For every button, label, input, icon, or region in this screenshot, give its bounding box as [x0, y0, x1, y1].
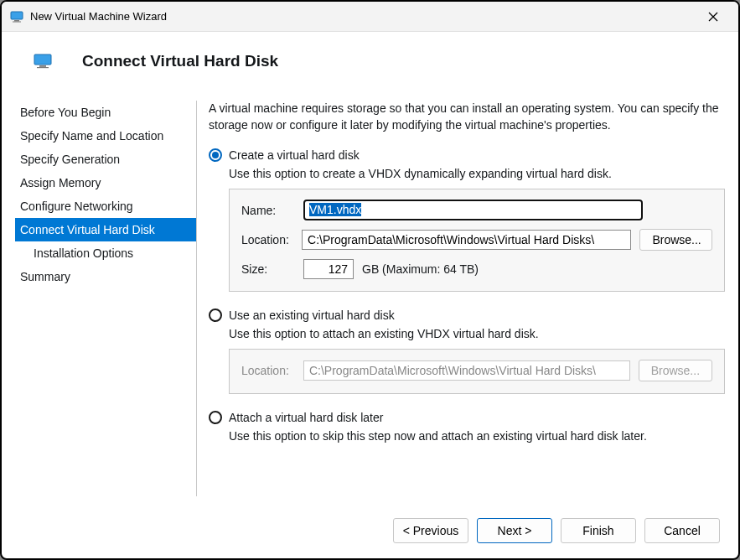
wizard-window: New Virtual Machine Wizard Connect Virtu… — [0, 0, 740, 560]
svg-rect-2 — [13, 21, 21, 22]
radio-existing[interactable] — [209, 309, 222, 322]
svg-rect-1 — [14, 20, 19, 22]
page-title: Connect Virtual Hard Disk — [82, 52, 278, 70]
radio-create-row[interactable]: Create a virtual hard disk — [209, 148, 725, 162]
sidebar-item-3[interactable]: Assign Memory — [15, 171, 196, 194]
option-create: Create a virtual hard disk Use this opti… — [209, 148, 725, 292]
wizard-header: Connect Virtual Hard Disk — [2, 32, 738, 91]
wizard-footer: < Previous Next > Finish Cancel — [2, 506, 738, 558]
sidebar-item-0[interactable]: Before You Begin — [15, 101, 196, 124]
browse-button[interactable]: Browse... — [639, 229, 712, 251]
sidebar-item-1[interactable]: Specify Name and Location — [15, 124, 196, 148]
radio-create-label: Create a virtual hard disk — [229, 148, 360, 162]
option-existing-desc: Use this option to attach an existing VH… — [229, 327, 725, 340]
radio-later[interactable] — [209, 411, 222, 424]
option-later: Attach a virtual hard disk later Use thi… — [209, 411, 725, 443]
existing-location-input — [303, 360, 630, 381]
existing-panel: Location: Browse... — [229, 349, 725, 394]
titlebar: New Virtual Machine Wizard — [2, 2, 738, 32]
divider — [196, 101, 197, 496]
wizard-sidebar: Before You BeginSpecify Name and Locatio… — [15, 91, 196, 506]
app-icon — [10, 10, 23, 23]
radio-later-row[interactable]: Attach a virtual hard disk later — [209, 411, 725, 424]
previous-button[interactable]: < Previous — [393, 518, 468, 543]
option-later-desc: Use this option to skip this step now an… — [229, 429, 725, 443]
sidebar-item-2[interactable]: Specify Generation — [15, 148, 196, 171]
sidebar-item-6[interactable]: Installation Options — [15, 241, 196, 265]
size-label: Size: — [241, 262, 295, 276]
wizard-content: A virtual machine requires storage so th… — [209, 91, 725, 506]
close-button[interactable] — [696, 5, 730, 29]
option-create-desc: Use this option to create a VHDX dynamic… — [229, 167, 725, 180]
header-icon — [34, 54, 52, 69]
radio-existing-label: Use an existing virtual hard disk — [229, 309, 395, 322]
radio-create[interactable] — [209, 148, 222, 162]
name-label: Name: — [241, 204, 295, 217]
location-input[interactable] — [302, 230, 631, 250]
intro-text: A virtual machine requires storage so th… — [209, 101, 725, 133]
svg-rect-5 — [34, 54, 51, 65]
existing-location-label: Location: — [241, 364, 295, 377]
sidebar-item-5[interactable]: Connect Virtual Hard Disk — [15, 218, 196, 241]
size-suffix: GB (Maximum: 64 TB) — [362, 262, 479, 276]
sidebar-item-4[interactable]: Configure Networking — [15, 194, 196, 218]
svg-rect-7 — [37, 67, 49, 68]
option-existing: Use an existing virtual hard disk Use th… — [209, 309, 725, 394]
cancel-button[interactable]: Cancel — [644, 518, 720, 543]
wizard-body: Before You BeginSpecify Name and Locatio… — [2, 91, 738, 506]
window-title: New Virtual Machine Wizard — [30, 10, 696, 23]
create-panel: Name: Location: Browse... Size: GB (Maxi… — [229, 189, 725, 292]
location-label: Location: — [241, 233, 293, 246]
svg-rect-0 — [11, 12, 23, 19]
radio-existing-row[interactable]: Use an existing virtual hard disk — [209, 309, 725, 322]
finish-button[interactable]: Finish — [561, 518, 636, 543]
sidebar-item-7[interactable]: Summary — [15, 265, 196, 288]
size-input[interactable] — [303, 259, 354, 279]
existing-browse-button: Browse... — [639, 360, 712, 381]
svg-rect-6 — [39, 65, 46, 67]
next-button[interactable]: Next > — [477, 518, 552, 543]
close-icon — [708, 12, 718, 22]
name-input[interactable] — [303, 200, 643, 220]
radio-later-label: Attach a virtual hard disk later — [229, 411, 383, 424]
